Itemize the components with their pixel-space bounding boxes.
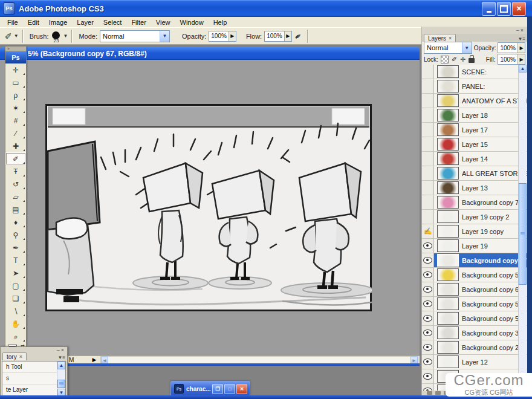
close-button[interactable]: ✕: [512, 2, 526, 16]
artboard-drawing[interactable]: [45, 104, 372, 311]
flow-input[interactable]: 100% ▶: [264, 31, 292, 42]
panel-minimize-icon[interactable]: –: [516, 27, 521, 33]
layer-visibility-toggle[interactable]: ✍: [422, 268, 434, 282]
menu-item[interactable]: Select: [99, 18, 127, 27]
menu-item[interactable]: Window: [175, 18, 209, 27]
layer-row[interactable]: ✍ Background copy 50: [422, 311, 528, 326]
link-layers-icon[interactable]: [427, 391, 432, 395]
layer-row[interactable]: ✍ Background copy 67: [422, 253, 528, 268]
blur-tool[interactable]: ♦: [5, 216, 26, 229]
history-step[interactable]: te Layer: [2, 384, 57, 396]
tab-layers[interactable]: Layers ×: [424, 34, 456, 42]
layer-visibility-toggle[interactable]: ✍: [422, 282, 434, 296]
type-tool[interactable]: T: [5, 254, 26, 267]
layer-visibility-toggle[interactable]: ✍: [422, 65, 434, 79]
menu-item[interactable]: Image: [44, 18, 73, 27]
app-title-bar[interactable]: Ps Adobe Photoshop CS3 ✕: [0, 0, 532, 17]
layer-row[interactable]: ✍ Background copy 25: [422, 340, 528, 355]
layer-row[interactable]: ✍ Layer 18: [422, 108, 528, 123]
maximize-button[interactable]: □: [224, 384, 235, 394]
layer-visibility-toggle[interactable]: ✍: [422, 384, 434, 391]
status-menu-arrow-icon[interactable]: ▶: [91, 356, 98, 363]
shape-tool[interactable]: ▢: [5, 279, 26, 292]
scrollbar-thumb[interactable]: [57, 380, 65, 388]
minimize-button[interactable]: [482, 2, 496, 16]
lock-image-icon[interactable]: ✐: [452, 56, 457, 63]
layer-visibility-toggle[interactable]: ✍: [422, 340, 434, 354]
lasso-tool[interactable]: ρ: [5, 89, 26, 102]
pen-tool[interactable]: ✒: [5, 241, 26, 254]
layer-row[interactable]: ✍ Layer 19 copy: [422, 224, 528, 239]
document-title-bar[interactable]: 5% (Background copy 67, RGB/8#): [0, 47, 420, 60]
menu-item[interactable]: Help: [209, 18, 232, 27]
slider-arrow-icon[interactable]: ▶: [517, 43, 525, 53]
layer-row[interactable]: ✍ Layer 15: [422, 137, 528, 152]
layer-style-icon[interactable]: [435, 391, 441, 395]
layers-scrollbar[interactable]: ▲ ▼: [518, 65, 527, 391]
layer-visibility-toggle[interactable]: ✍: [422, 355, 434, 369]
tab-close-icon[interactable]: ×: [449, 35, 452, 41]
minimized-document-bar[interactable]: Ps charac... ❐ □ ✕: [170, 381, 250, 397]
panel-close-icon[interactable]: ×: [61, 347, 65, 353]
crop-tool[interactable]: #: [5, 114, 26, 127]
rectangular-marquee-tool[interactable]: ▭: [5, 76, 26, 89]
notes-tool[interactable]: ❏: [5, 292, 26, 305]
menu-item[interactable]: Filter: [126, 18, 151, 27]
tool-preset-picker[interactable]: ✐ ▼: [5, 31, 19, 41]
history-brush-tool[interactable]: ↺: [5, 178, 26, 190]
layer-row[interactable]: ✍ Background copy 39: [422, 326, 528, 340]
slice-tool[interactable]: ∕: [5, 127, 26, 140]
magic-wand-tool[interactable]: ✶: [5, 102, 26, 114]
brush-preset-picker[interactable]: 23: [51, 31, 61, 44]
history-step[interactable]: h Tool: [2, 362, 57, 373]
layer-row[interactable]: ✍ Background copy 70: [422, 195, 528, 210]
layer-visibility-toggle[interactable]: ✍: [422, 195, 434, 209]
lock-transparency-icon[interactable]: [441, 56, 449, 63]
layer-visibility-toggle[interactable]: ✍: [422, 239, 434, 253]
layer-visibility-toggle[interactable]: ✍: [422, 108, 434, 122]
layer-row[interactable]: ✍ Layer 14: [422, 152, 528, 166]
layer-row[interactable]: ✍ ANATOMY OF A STOR...: [422, 94, 528, 108]
panel-menu-icon[interactable]: ▼≡: [517, 36, 525, 42]
airbrush-toggle-icon[interactable]: ✒: [292, 30, 303, 42]
layer-row[interactable]: ✍ Layer 12: [422, 355, 528, 369]
lock-all-icon[interactable]: [469, 58, 475, 63]
layer-blend-mode-select[interactable]: Normal ▼: [424, 42, 472, 54]
layer-visibility-toggle[interactable]: ✍: [422, 94, 434, 108]
layer-row[interactable]: ✍ Layer 19: [422, 239, 528, 253]
layer-visibility-toggle[interactable]: ✍: [422, 253, 434, 267]
layer-visibility-toggle[interactable]: ✍: [422, 224, 434, 238]
zoom-tool[interactable]: ⌕: [5, 330, 26, 343]
layer-row[interactable]: ✍ PANEL:: [422, 79, 528, 94]
path-selection-tool[interactable]: ➤: [5, 267, 26, 279]
slider-arrow-icon[interactable]: ▶: [229, 31, 236, 41]
menu-item[interactable]: View: [151, 18, 175, 27]
layer-visibility-toggle[interactable]: ✍: [422, 181, 434, 195]
layer-visibility-toggle[interactable]: ✍: [422, 123, 434, 137]
layer-visibility-toggle[interactable]: ✍: [422, 311, 434, 325]
scrollbar-thumb[interactable]: [519, 183, 527, 285]
gradient-tool[interactable]: ▤: [5, 203, 26, 216]
brush-tool[interactable]: ✐: [5, 152, 26, 165]
menu-item[interactable]: File: [2, 18, 23, 27]
layer-row[interactable]: ✍ SCENE:: [422, 65, 528, 79]
chevron-down-icon[interactable]: ▼: [63, 33, 68, 39]
layer-visibility-toggle[interactable]: ✍: [422, 137, 434, 151]
canvas-area[interactable]: [0, 60, 420, 355]
layer-opacity-input[interactable]: 100% ▶: [498, 42, 525, 53]
layer-visibility-toggle[interactable]: ✍: [422, 297, 434, 311]
slider-arrow-icon[interactable]: ▶: [517, 54, 525, 64]
clone-stamp-tool[interactable]: Ŧ: [5, 165, 26, 178]
slider-arrow-icon[interactable]: ▶: [284, 31, 291, 41]
layer-row[interactable]: ✍ Layer 19 copy 2: [422, 210, 528, 224]
dodge-tool[interactable]: ⚲: [5, 229, 26, 241]
healing-brush-tool[interactable]: ✚: [5, 140, 26, 152]
eraser-tool[interactable]: ▱: [5, 190, 26, 203]
close-button[interactable]: ✕: [236, 384, 247, 394]
toolbox-grip[interactable]: »: [5, 47, 26, 51]
tab-close-icon[interactable]: ×: [19, 354, 22, 360]
layer-row[interactable]: ✍ Layer 17: [422, 123, 528, 137]
tab-history[interactable]: tory ×: [2, 352, 27, 360]
layer-row[interactable]: ✍ Background copy 52: [422, 297, 528, 311]
hand-tool[interactable]: ✋: [5, 317, 26, 330]
